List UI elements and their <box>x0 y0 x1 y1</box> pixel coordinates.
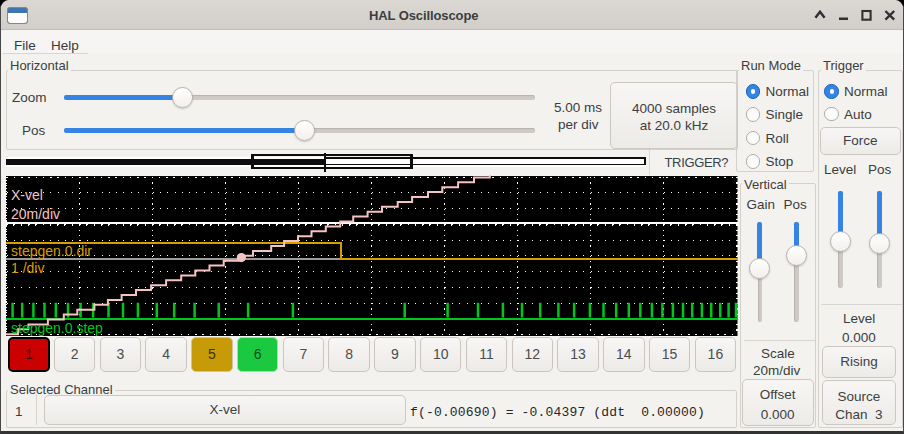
svg-text:stepgen.0.dir: stepgen.0.dir <box>11 243 92 259</box>
svg-text:stepgen.0.step: stepgen.0.step <box>11 320 103 336</box>
svg-text:X-vel: X-vel <box>11 187 43 203</box>
svg-text:1 /div: 1 /div <box>11 260 44 276</box>
svg-text:20m/div: 20m/div <box>11 206 60 222</box>
